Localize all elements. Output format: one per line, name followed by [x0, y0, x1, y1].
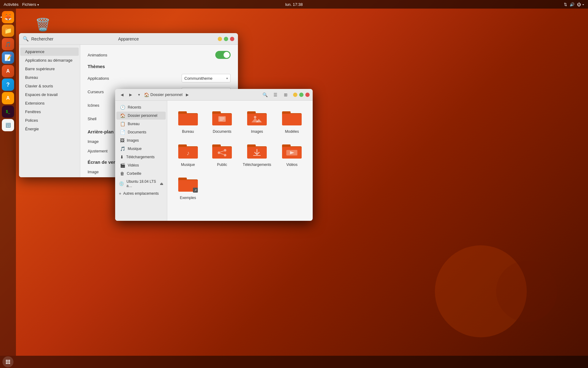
filemanager-window: ◀ ▶ ▾ 🏠 Dossier personnel ▶ 🔍 ☰ ⊞ 🕐 Réce…	[115, 89, 313, 221]
close-button[interactable]	[230, 37, 234, 41]
top-bar-left: Activités Fichiers ▾	[4, 2, 39, 7]
folder-icon-images	[246, 108, 268, 128]
fm-recents-label: Récents	[128, 105, 141, 109]
files-menu[interactable]: Fichiers ▾	[22, 2, 39, 7]
folder-item-musique[interactable]: ♪ Musique	[172, 139, 204, 169]
fm-search-button[interactable]: 🔍	[261, 90, 269, 99]
settings-search-label: Rechercher	[31, 36, 53, 41]
fm-sidebar-videos[interactable]: 🎬 Vidéos	[116, 161, 166, 169]
fm-home-icon: 🏠	[144, 92, 149, 97]
folder-item-documents[interactable]: Documents	[206, 105, 238, 136]
lockscreen-image-label: Image	[88, 170, 99, 174]
power-icon[interactable]: ⏻ ▾	[577, 2, 584, 7]
fm-grid-view-button[interactable]: ⊞	[281, 90, 290, 99]
fm-close-button[interactable]	[305, 93, 310, 97]
folder-icon-modeles	[281, 108, 303, 128]
folder-label-exemples: Exemples	[180, 196, 196, 200]
svg-point-52	[9, 363, 10, 364]
folder-icon-telechargements	[246, 141, 268, 161]
folder-item-videos[interactable]: Vidéos	[276, 139, 308, 169]
folder-item-images[interactable]: Images	[240, 105, 274, 136]
fm-list-view-button[interactable]: ☰	[271, 90, 280, 99]
fm-sidebar-telechargements[interactable]: ⬇ Téléchargements	[116, 153, 166, 161]
fm-minimize-button[interactable]	[293, 93, 297, 97]
fm-sidebar-recents[interactable]: 🕐 Récents	[116, 103, 166, 111]
fm-bureau-icon: 📋	[120, 121, 125, 126]
sidebar-item-fenetres[interactable]: Fenêtres	[20, 108, 79, 116]
dock-item-firefox[interactable]: 🦊	[2, 11, 14, 23]
activities-button[interactable]: Activités	[4, 2, 18, 7]
sidebar-item-bureau[interactable]: Bureau	[20, 73, 79, 82]
fm-sidebar-bureau[interactable]: 📋 Bureau	[116, 120, 166, 128]
fm-bureau-label: Bureau	[128, 122, 140, 126]
sidebar-item-polices[interactable]: Polices	[20, 116, 79, 125]
dock-item-terminal[interactable]: $_	[2, 105, 14, 118]
fm-documents-label: Documents	[128, 130, 146, 134]
fm-sidebar-images[interactable]: 🖼 Images	[116, 136, 166, 144]
fm-ubuntu-mount-icon: 💿	[119, 181, 124, 186]
fm-sidebar: 🕐 Récents 🏠 Dossier personnel 📋 Bureau 📄…	[115, 101, 167, 221]
fm-musique-icon: 🎵	[120, 146, 125, 151]
svg-point-27	[224, 149, 226, 151]
sidebar-item-barre-superieure[interactable]: Barre supérieure	[20, 65, 79, 73]
dock-item-amazon[interactable]: A	[2, 92, 14, 104]
fm-eject-icon[interactable]: ⏏	[160, 182, 163, 186]
network-icon[interactable]: ⇅	[564, 2, 567, 7]
trash-icon: 🗑️	[34, 15, 52, 34]
dock-item-files[interactable]: 📁	[2, 25, 14, 37]
animations-toggle[interactable]	[215, 51, 231, 59]
dock-item-help[interactable]: ?	[2, 79, 14, 91]
folder-item-bureau[interactable]: Bureau	[172, 105, 204, 136]
sidebar-item-energie[interactable]: Énergie	[20, 125, 79, 133]
folder-item-telechargements[interactable]: Téléchargements	[240, 139, 274, 169]
fm-corbeille-label: Corbeille	[127, 171, 141, 176]
folder-icon-bureau	[177, 108, 199, 128]
folder-item-modeles[interactable]: Modèles	[276, 105, 308, 136]
folder-item-exemples[interactable]: ↗ Exemples	[172, 172, 204, 202]
fm-sidebar-musique[interactable]: 🎵 Musique	[116, 145, 166, 153]
svg-point-45	[7, 360, 9, 361]
fm-down-button[interactable]: ▾	[135, 91, 143, 98]
svg-point-26	[218, 151, 220, 154]
volume-icon[interactable]: 🔊	[570, 2, 575, 7]
fm-sidebar-documents[interactable]: 📄 Documents	[116, 128, 166, 136]
dock-item-calc[interactable]: 🔢	[2, 119, 14, 131]
sidebar-item-clavier-souris[interactable]: Clavier & souris	[20, 82, 79, 90]
svg-point-48	[7, 361, 9, 362]
svg-point-46	[9, 360, 10, 361]
svg-point-44	[6, 360, 7, 361]
settings-titlebar-left: 🔍 Rechercher	[23, 36, 53, 42]
fm-sidebar-ubuntu-mount[interactable]: 💿 Ubuntu 18.04 LTS a… ⏏	[115, 178, 167, 190]
show-apps-button[interactable]	[2, 356, 13, 367]
dock-item-software[interactable]: A	[2, 65, 14, 77]
sidebar-item-espaces-travail[interactable]: Espaces de travail	[20, 90, 79, 99]
minimize-button[interactable]	[218, 37, 222, 41]
sidebar-item-apparence[interactable]: Apparence	[20, 48, 79, 56]
sidebar-item-applications-demarrage[interactable]: Applications au démarrage	[20, 56, 79, 64]
fm-sidebar-autres[interactable]: + Autres emplacements	[115, 190, 167, 197]
folder-label-public: Public	[217, 163, 227, 167]
fm-autres-label: Autres emplacements	[123, 191, 159, 196]
svg-text:♪: ♪	[187, 150, 190, 156]
fm-sidebar-home[interactable]: 🏠 Dossier personnel	[116, 112, 166, 120]
fm-telechargements-icon: ⬇	[120, 155, 124, 159]
settings-search-icon[interactable]: 🔍	[23, 36, 29, 42]
sidebar-item-extensions[interactable]: Extensions	[20, 99, 79, 107]
applications-dropdown[interactable]: Communitheme ▾	[182, 74, 231, 82]
maximize-button[interactable]	[224, 37, 228, 41]
fm-back-button[interactable]: ◀	[118, 91, 126, 98]
shell-label: Shell	[88, 117, 96, 121]
svg-rect-12	[247, 114, 267, 125]
svg-rect-25	[212, 147, 232, 159]
fm-home-folder-icon: 🏠	[120, 113, 125, 118]
applications-value: Communitheme	[184, 76, 213, 81]
settings-sidebar: Apparence Applications au démarrage Barr…	[19, 45, 80, 177]
fm-forward-button[interactable]: ▶	[127, 91, 134, 98]
fm-sidebar-corbeille[interactable]: 🗑 Corbeille	[116, 170, 166, 178]
dock-item-gedit[interactable]: 📝	[2, 52, 14, 64]
dock-item-rhythmbox[interactable]: 🎵	[2, 38, 14, 50]
background-adjustment-label: Ajustement	[88, 149, 107, 153]
fm-path-forward-button[interactable]: ▶	[184, 91, 191, 98]
fm-maximize-button[interactable]	[299, 93, 303, 97]
folder-item-public[interactable]: Public	[206, 139, 238, 169]
